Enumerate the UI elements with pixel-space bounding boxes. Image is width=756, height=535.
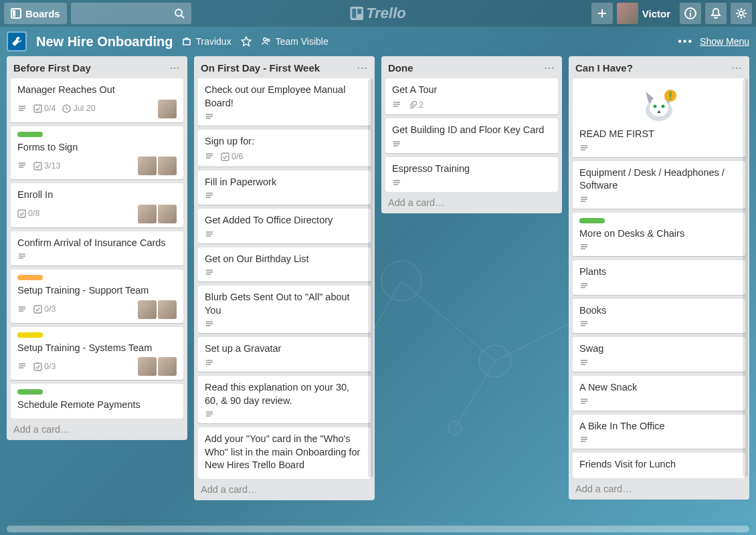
card[interactable]: Forms to Sign3/13	[11, 126, 183, 180]
add-card-button[interactable]: Add a card…	[381, 192, 562, 213]
boards-icon	[11, 8, 21, 19]
card-list: Manager Reaches Out0/4Jul 20Forms to Sig…	[7, 78, 187, 419]
list-menu-button[interactable]: ⋯	[731, 62, 743, 74]
description-badge	[392, 140, 401, 149]
svg-rect-17	[690, 13, 691, 17]
add-card-button[interactable]: Add a card…	[7, 419, 187, 440]
list-scrollbar[interactable]	[743, 79, 748, 477]
list-menu-button[interactable]: ⋯	[357, 62, 368, 74]
card[interactable]: READ ME FIRST	[573, 78, 745, 157]
card[interactable]: Get Added To Office Directory	[198, 209, 371, 243]
svg-rect-14	[357, 9, 361, 14]
card-title: Manager Reaches Out	[17, 84, 177, 97]
settings-button[interactable]	[731, 3, 752, 24]
card[interactable]: Friends Visit for Lunch	[573, 453, 745, 478]
card[interactable]: Manager Reaches Out0/4Jul 20	[11, 78, 183, 122]
card-title: Check out our Employee Manual Board!	[205, 84, 364, 110]
show-menu-button[interactable]: Show Menu	[700, 36, 749, 47]
avatar	[617, 3, 638, 24]
trello-logo[interactable]: Trello	[350, 5, 406, 22]
list: Before First Day⋯Manager Reaches Out0/4J…	[7, 56, 187, 440]
card[interactable]: Sign up for:0/6	[198, 130, 371, 166]
card[interactable]: Equipment / Desk / Headphones / Software	[573, 161, 745, 209]
svg-point-32	[662, 105, 665, 108]
card-members	[138, 357, 177, 376]
card-title: Enroll In	[17, 189, 177, 202]
card[interactable]: Add your "You" card in the "Who's Who" l…	[198, 427, 371, 479]
card-title: Blurb Gets Sent Out to "All" about You	[205, 291, 364, 317]
card[interactable]: More on Desks & Chairs	[573, 213, 745, 257]
card-members	[138, 205, 177, 223]
list: Done⋯Get A Tour2Get Building ID and Floo…	[381, 56, 562, 213]
card[interactable]: Schedule Remote Payments	[11, 384, 183, 419]
card-title: Fill in Paperwork	[205, 176, 364, 189]
card[interactable]: Check out our Employee Manual Board!	[198, 78, 371, 126]
card[interactable]: Books	[573, 299, 745, 334]
board-icon	[7, 31, 27, 51]
avatar	[158, 156, 177, 175]
create-button[interactable]	[591, 3, 613, 24]
global-header: Boards Trello Victor	[0, 0, 756, 27]
add-card-button[interactable]: Add a card…	[569, 478, 749, 500]
add-card-button[interactable]: Add a card…	[194, 479, 375, 500]
user-menu[interactable]: Victor	[617, 3, 676, 24]
card[interactable]: Setup Training - Support Team0/3	[11, 270, 183, 323]
org-link[interactable]: Travidux	[182, 36, 231, 47]
list-menu-button[interactable]: ⋯	[169, 62, 181, 74]
card-members	[138, 156, 177, 175]
card-label	[17, 332, 43, 338]
wrench-icon	[11, 35, 23, 47]
svg-point-20	[263, 38, 266, 41]
card-title: A New Snack	[579, 381, 739, 395]
card-members	[158, 100, 177, 118]
description-badge	[17, 305, 27, 314]
board-menu-dots[interactable]: •••	[678, 35, 693, 47]
card[interactable]: Set up a Gravatar	[198, 337, 371, 372]
card-title: Get Added To Office Directory	[205, 214, 364, 227]
card-title: Forms to Sign	[17, 141, 177, 154]
card[interactable]: Read this explanation on your 30, 60, & …	[198, 376, 371, 423]
card-label	[17, 389, 43, 395]
card[interactable]: A New Snack	[573, 376, 745, 411]
description-badge	[579, 358, 589, 368]
svg-point-21	[267, 39, 270, 41]
card-title: Confirm Arrival of Insurance Cards	[17, 237, 177, 250]
card-title: A Bike In The Office	[579, 420, 739, 433]
avatar	[158, 300, 177, 319]
info-button[interactable]	[680, 3, 701, 24]
list-title[interactable]: Can I Have?	[575, 62, 633, 74]
avatar	[138, 205, 157, 223]
card[interactable]: Fill in Paperwork	[198, 171, 371, 205]
card[interactable]: Get on Our Birthday List	[198, 247, 371, 282]
card[interactable]: Setup Training - Systems Team0/3	[11, 327, 183, 381]
boards-button[interactable]: Boards	[4, 3, 67, 24]
description-badge	[205, 230, 214, 239]
card[interactable]: Confirm Arrival of Insurance Cards	[11, 231, 183, 266]
search-input[interactable]	[71, 3, 191, 24]
list-title[interactable]: On First Day - First Week	[201, 62, 320, 74]
star-button[interactable]	[241, 36, 252, 47]
list-menu-button[interactable]: ⋯	[544, 62, 555, 74]
svg-point-35	[669, 98, 672, 100]
card[interactable]: Espresso Training	[385, 157, 558, 192]
card[interactable]: Plants	[573, 260, 745, 295]
description-badge	[17, 161, 27, 171]
card[interactable]: A Bike In The Office	[573, 415, 745, 449]
card[interactable]: Get Building ID and Floor Key Card	[385, 118, 558, 153]
board-header: New Hire Onboarding Travidux Team Visibl…	[0, 27, 756, 56]
list-scrollbar[interactable]	[368, 79, 373, 477]
card[interactable]: Blurb Gets Sent Out to "All" about You	[198, 286, 371, 333]
notifications-button[interactable]	[705, 3, 727, 24]
card[interactable]: Enroll In0/8	[11, 183, 183, 227]
card[interactable]: Get A Tour2	[385, 78, 558, 114]
board-title[interactable]: New Hire Onboarding	[36, 34, 173, 49]
visibility-button[interactable]: Team Visible	[261, 36, 328, 47]
board-canvas[interactable]: Before First Day⋯Manager Reaches Out0/4J…	[0, 56, 756, 526]
checklist-badge: 0/3	[33, 304, 56, 315]
card-title: Get on Our Birthday List	[205, 253, 364, 266]
avatar	[158, 357, 177, 376]
list-title[interactable]: Done	[388, 62, 413, 74]
list-title[interactable]: Before First Day	[13, 62, 91, 74]
card[interactable]: Swag	[573, 337, 745, 372]
horizontal-scrollbar[interactable]	[7, 526, 749, 532]
